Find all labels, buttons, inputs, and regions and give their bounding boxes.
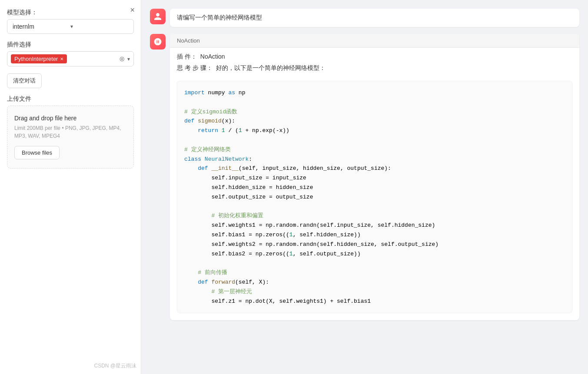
ai-icon	[153, 37, 162, 46]
model-section-label: 模型选择：	[7, 9, 134, 17]
code-block: import numpy as np # 定义sigmoid函数 def sig…	[177, 81, 572, 313]
plugin-label: 插 件：	[177, 53, 197, 60]
clear-dialog-section: 清空对话	[7, 73, 134, 88]
user-avatar	[150, 9, 166, 24]
upload-drop-zone[interactable]: Drag and drop file here Limit 200MB per …	[7, 106, 134, 169]
main-content: 请编写一个简单的神经网络模型 NoAction 插 件： NoAction 思 …	[141, 0, 588, 374]
plugin-tags-row: PythonInterpreter × ⊗ ▾	[7, 51, 134, 66]
model-select-chevron-icon: ▾	[70, 23, 128, 30]
thinking-label: 思 考 步 骤：	[177, 64, 213, 71]
plugin-value: NoAction	[200, 53, 225, 60]
upload-drop-hint: Limit 200MB per file • PNG, JPG, JPEG, M…	[14, 124, 126, 140]
ai-avatar	[150, 34, 166, 50]
user-message-bubble: 请编写一个简单的神经网络模型	[170, 9, 579, 27]
thinking-value: 好的，以下是一个简单的神经网络模型：	[216, 64, 326, 71]
model-select[interactable]: internlm ▾	[7, 19, 134, 34]
plugin-section-label: 插件选择	[7, 41, 134, 49]
plugin-tag-close-icon[interactable]: ×	[60, 56, 63, 62]
upload-section: 上传文件 Drag and drop file here Limit 200MB…	[7, 95, 134, 169]
upload-drop-title: Drag and drop file here	[14, 115, 126, 122]
upload-section-label: 上传文件	[7, 95, 134, 103]
sidebar: × 模型选择： internlm ▾ 插件选择 PythonInterprete…	[0, 0, 141, 374]
plugin-clear-button[interactable]: ⊗	[119, 55, 125, 63]
clear-dialog-button[interactable]: 清空对话	[7, 73, 42, 88]
model-section: 模型选择： internlm ▾	[7, 9, 134, 34]
thinking-row: 思 考 步 骤： 好的，以下是一个简单的神经网络模型：	[177, 64, 572, 72]
plugin-tag-label: PythonInterpreter	[14, 56, 58, 62]
plugin-chevron-icon[interactable]: ▾	[127, 56, 130, 62]
plugin-meta-row: 插 件： NoAction	[177, 53, 572, 61]
ai-message-row: NoAction 插 件： NoAction 思 考 步 骤： 好的，以下是一个…	[150, 34, 579, 320]
ai-header: NoAction	[170, 34, 579, 48]
watermark: CSDN @星云雨沫	[94, 362, 136, 370]
ai-message-content: NoAction 插 件： NoAction 思 考 步 骤： 好的，以下是一个…	[170, 34, 579, 320]
plugin-tag: PythonInterpreter ×	[11, 54, 67, 63]
user-icon	[153, 12, 162, 21]
ai-meta: 插 件： NoAction 思 考 步 骤： 好的，以下是一个简单的神经网络模型…	[170, 48, 579, 77]
close-button[interactable]: ×	[130, 6, 135, 14]
user-message-row: 请编写一个简单的神经网络模型	[150, 9, 579, 27]
plugin-section: 插件选择 PythonInterpreter × ⊗ ▾	[7, 41, 134, 66]
model-selected-value: internlm	[13, 23, 70, 30]
code-content: import numpy as np # 定义sigmoid函数 def sig…	[184, 88, 565, 306]
user-message-text: 请编写一个简单的神经网络模型	[177, 14, 262, 21]
browse-files-button[interactable]: Browse files	[14, 146, 60, 159]
